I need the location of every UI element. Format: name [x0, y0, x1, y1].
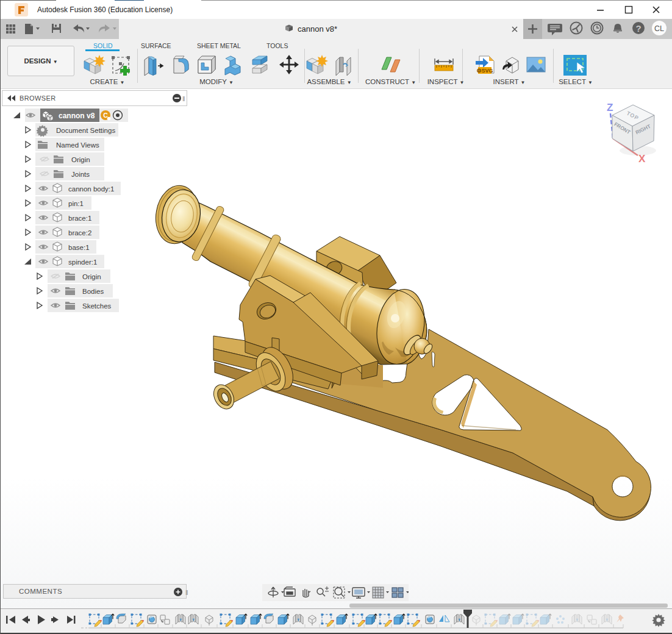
svg-text:spinder:1: spinder:1	[68, 258, 97, 266]
svg-text:Z: Z	[607, 102, 613, 113]
svg-text:Origin: Origin	[71, 156, 90, 163]
svg-text:C: C	[103, 112, 108, 119]
svg-text:BROWSER: BROWSER	[20, 94, 56, 102]
svg-text:Named Views: Named Views	[56, 141, 99, 149]
svg-text:brace:2: brace:2	[68, 229, 91, 237]
svg-text:pin:1: pin:1	[68, 200, 84, 207]
svg-text:‖: ‖	[182, 95, 185, 102]
svg-text:‖: ‖	[185, 589, 188, 596]
svg-text:brace:1: brace:1	[68, 215, 91, 222]
svg-text:cannon v8: cannon v8	[59, 112, 95, 120]
svg-text:Document Settings: Document Settings	[56, 127, 115, 134]
svg-text:cannon body:1: cannon body:1	[68, 185, 114, 193]
svg-text:Origin: Origin	[82, 273, 101, 280]
svg-text:Bodies: Bodies	[82, 288, 104, 295]
svg-text:Sketches: Sketches	[82, 302, 112, 310]
svg-text:Joints: Joints	[71, 171, 90, 178]
svg-text:base:1: base:1	[68, 244, 90, 251]
